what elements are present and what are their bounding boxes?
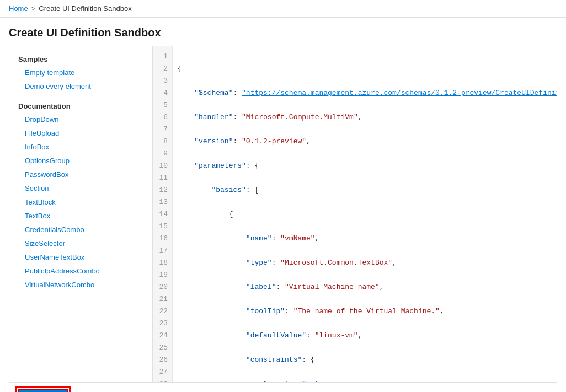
line-num-17: 17 xyxy=(153,245,172,257)
line-num-24: 24 xyxy=(153,330,172,342)
line-num-10: 10 xyxy=(153,160,172,172)
line-num-11: 11 xyxy=(153,172,172,184)
code-line-13: "constraints": { xyxy=(177,354,557,366)
main-container: Samples Empty template Demo every elemen… xyxy=(9,46,557,383)
line-num-21: 21 xyxy=(153,293,172,305)
line-num-14: 14 xyxy=(153,208,172,221)
breadcrumb: Home > Create UI Definition Sandbox xyxy=(0,0,566,18)
code-line-6: "basics": [ xyxy=(177,184,557,196)
line-num-4: 4 xyxy=(153,87,172,99)
line-num-13: 13 xyxy=(153,196,172,208)
line-num-15: 15 xyxy=(153,221,172,233)
sidebar-item-credentialscombo[interactable]: CredentialsCombo xyxy=(9,223,152,237)
line-numbers: 1 2 3 4 5 6 7 8 9 10 11 12 13 14 15 16 1… xyxy=(153,46,173,382)
sidebar-docs-header: Documentation xyxy=(9,98,152,112)
sidebar-item-optionsgroup[interactable]: OptionsGroup xyxy=(9,154,152,168)
line-num-5: 5 xyxy=(153,99,172,111)
code-line-14: "required": true, xyxy=(177,378,557,382)
code-line-7: { xyxy=(177,208,557,221)
line-num-7: 7 xyxy=(153,123,172,136)
page-title: Create UI Definition Sandbox xyxy=(0,18,566,46)
line-num-12: 12 xyxy=(153,184,172,196)
line-num-2: 2 xyxy=(153,63,172,75)
code-line-11: "toolTip": "The name of the Virtual Mach… xyxy=(177,305,557,318)
line-num-20: 20 xyxy=(153,281,172,293)
sidebar-item-textblock[interactable]: TextBlock xyxy=(9,195,152,209)
breadcrumb-separator: > xyxy=(31,4,36,13)
sidebar-item-section[interactable]: Section xyxy=(9,181,152,195)
sidebar-item-passwordbox[interactable]: PasswordBox xyxy=(9,168,152,181)
breadcrumb-current: Create UI Definition Sandbox xyxy=(39,4,131,13)
code-line-9: "type": "Microsoft.Common.TextBox", xyxy=(177,257,557,269)
line-num-6: 6 xyxy=(153,111,172,123)
sidebar-item-fileupload[interactable]: FileUpload xyxy=(9,126,152,140)
code-editor: 1 2 3 4 5 6 7 8 9 10 11 12 13 14 15 16 1… xyxy=(153,46,557,382)
line-num-28: 28 xyxy=(153,378,172,382)
sidebar-samples-header: Samples xyxy=(9,51,152,66)
code-line-2: "$schema": "https://schema.management.az… xyxy=(177,87,557,99)
sidebar-item-infobox[interactable]: InfoBox xyxy=(9,140,152,154)
line-num-25: 25 xyxy=(153,342,172,354)
code-line-8: "name": "vmName", xyxy=(177,233,557,245)
preview-button[interactable]: Preview » xyxy=(18,389,68,392)
line-num-27: 27 xyxy=(153,366,172,378)
code-line-10: "label": "Virtual Machine name", xyxy=(177,281,557,293)
line-num-9: 9 xyxy=(153,148,172,160)
footer-bar: Preview » xyxy=(9,383,557,392)
sidebar-item-empty-template[interactable]: Empty template xyxy=(9,66,152,79)
line-num-19: 19 xyxy=(153,269,172,281)
breadcrumb-home[interactable]: Home xyxy=(9,4,28,13)
line-num-3: 3 xyxy=(153,75,172,87)
sidebar-item-dropdown[interactable]: DropDown xyxy=(9,112,152,126)
sidebar: Samples Empty template Demo every elemen… xyxy=(9,46,153,382)
line-num-16: 16 xyxy=(153,233,172,245)
sidebar-item-usernametextbox[interactable]: UserNameTextBox xyxy=(9,250,152,264)
code-line-12: "defaultValue": "linux-vm", xyxy=(177,330,557,342)
code-content[interactable]: { "$schema": "https://schema.management.… xyxy=(173,46,557,382)
line-num-8: 8 xyxy=(153,136,172,148)
sidebar-item-sizeselector[interactable]: SizeSelector xyxy=(9,237,152,250)
sidebar-item-demo-every-element[interactable]: Demo every element xyxy=(9,79,152,93)
sidebar-item-textbox[interactable]: TextBox xyxy=(9,209,152,223)
code-line-1: { xyxy=(177,63,557,75)
code-line-4: "version": "0.1.2-preview", xyxy=(177,136,557,148)
code-editor-area[interactable]: 1 2 3 4 5 6 7 8 9 10 11 12 13 14 15 16 1… xyxy=(153,46,557,382)
line-num-1: 1 xyxy=(153,51,172,63)
line-num-23: 23 xyxy=(153,318,172,330)
line-num-18: 18 xyxy=(153,257,172,269)
sidebar-item-virtualnetworkcombo[interactable]: VirtualNetworkCombo xyxy=(9,278,152,292)
line-num-22: 22 xyxy=(153,305,172,318)
code-line-3: "handler": "Microsoft.Compute.MultiVm", xyxy=(177,111,557,123)
line-num-26: 26 xyxy=(153,354,172,366)
code-line-5: "parameters": { xyxy=(177,160,557,172)
sidebar-item-publicipaddresscombo[interactable]: PublicIpAddressCombo xyxy=(9,264,152,278)
